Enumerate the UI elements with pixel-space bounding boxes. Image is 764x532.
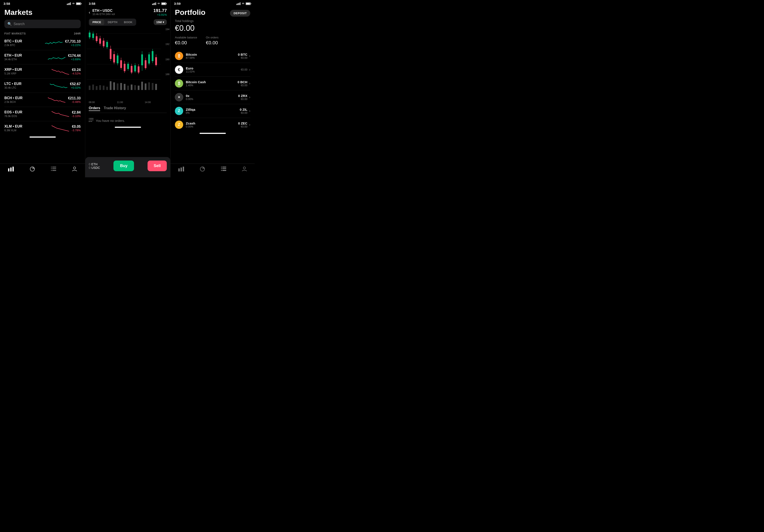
pair-xrp-eur: XRP • EUR: [4, 68, 49, 71]
zec-pct: 0.00%: [186, 125, 238, 128]
tab-orders[interactable]: Orders: [89, 106, 100, 111]
wifi-icon-mid: [157, 2, 160, 5]
vol-btc: 2.0k BTC: [4, 44, 42, 47]
svg-rect-52: [127, 64, 129, 69]
market-item-bch-eur[interactable]: BCH • EUR 2.5k BCH €211.33 -0.48%: [4, 93, 81, 107]
time-left: 3:58: [4, 2, 10, 5]
on-orders-balance: On orders €0.00: [206, 36, 219, 46]
asset-item-bch[interactable]: ₿ Bitcoin Cash 1.40% 0 BCH €0.00 ›: [175, 77, 250, 90]
nav-orders-right[interactable]: [221, 167, 226, 173]
no-orders-message: You have no orders.: [89, 116, 167, 125]
nav-orders-icon[interactable]: [51, 167, 56, 173]
nav-account-right[interactable]: [242, 166, 247, 173]
svg-rect-98: [239, 3, 239, 5]
svg-rect-24: [162, 3, 166, 4]
svg-rect-48: [120, 60, 122, 68]
svg-rect-13: [52, 169, 56, 169]
nav-portfolio-right[interactable]: [200, 166, 205, 173]
zec-icon: Z: [175, 121, 183, 129]
change-eth: +3.69%: [68, 58, 81, 61]
svg-rect-86: [148, 82, 150, 90]
market-item-xlm-eur[interactable]: XLM • EUR 6.3M XLM €0.05 -3.78%: [4, 121, 81, 135]
tab-price[interactable]: PRICE: [90, 19, 104, 25]
portfolio-panel: 3:59 Portfolio DEPOSIT Total holdings €0…: [170, 0, 255, 177]
chart-tabs: PRICE DEPTH BOOK 15M ▾: [85, 19, 170, 26]
change-bch: -0.48%: [68, 100, 81, 103]
pair-ltc-eur: LTC • EUR: [4, 82, 47, 86]
svg-rect-104: [181, 168, 182, 172]
svg-rect-102: [246, 3, 250, 4]
tab-book[interactable]: BOOK: [121, 19, 135, 25]
status-icons-middle: [152, 2, 167, 5]
tab-trade-history[interactable]: Trade History: [103, 106, 126, 111]
market-item-eth-eur[interactable]: ETH • EUR 34.4k ETH €174.44 +3.69%: [4, 50, 81, 65]
markets-title: Markets: [4, 8, 81, 17]
asset-item-zrx[interactable]: ✕ 0x 0.00% 0 ZRX €0.00 ›: [175, 90, 250, 104]
svg-rect-91: [90, 120, 94, 120]
asset-item-zec[interactable]: Z Zcash 0.00% 0 ZEC €0.00 ›: [175, 118, 250, 131]
zil-token: 0 ZIL: [240, 108, 248, 111]
price-btc: €7,731.10: [65, 40, 81, 44]
zrx-icon: ✕: [175, 93, 183, 101]
deposit-button[interactable]: DEPOSIT: [230, 10, 250, 17]
zec-token: 0 ZEC: [238, 121, 248, 125]
market-item-ltc-eur[interactable]: LTC • EUR 30.4k LTC €52.67 +0.02%: [4, 78, 81, 93]
nav-markets-right[interactable]: [178, 167, 184, 173]
svg-rect-109: [222, 169, 226, 169]
svg-rect-62: [145, 60, 146, 68]
pair-eos-eur: EOS • EUR: [4, 110, 49, 114]
tab-depth[interactable]: DEPTH: [105, 19, 120, 25]
svg-rect-30: [89, 33, 91, 37]
svg-rect-74: [106, 87, 108, 90]
portfolio-title: Portfolio: [175, 8, 206, 17]
svg-rect-85: [145, 83, 146, 90]
nav-portfolio-icon[interactable]: [30, 166, 35, 173]
asset-item-btc[interactable]: ₿ Bitcoin 87.58% 0 BTC €0.00 ›: [175, 49, 250, 63]
pair-eth-eur: ETH • EUR: [4, 54, 45, 58]
svg-point-113: [243, 167, 246, 169]
back-button[interactable]: ‹: [89, 10, 90, 15]
svg-point-94: [89, 121, 90, 122]
search-bar[interactable]: 🔍 Search: [4, 20, 81, 28]
signal-icon: [67, 2, 71, 5]
nav-markets-icon[interactable]: [8, 167, 14, 173]
vol-eos: 76.9k EOS: [4, 115, 49, 118]
no-orders-icon: [89, 118, 94, 123]
change-xlm: -3.78%: [72, 129, 81, 132]
change-ltc: +0.02%: [70, 86, 81, 89]
market-item-xrp-eur[interactable]: XRP • EUR 5.1M XRP €0.24 -4.52%: [4, 65, 81, 78]
svg-rect-82: [134, 85, 136, 90]
nav-account-icon[interactable]: [72, 166, 77, 173]
svg-rect-46: [117, 56, 118, 63]
sell-button[interactable]: Sell: [147, 161, 167, 171]
zec-eur: €0.00: [238, 125, 248, 128]
zrx-pct: 0.00%: [186, 98, 238, 101]
wifi-icon: [72, 2, 75, 5]
svg-rect-72: [99, 85, 101, 90]
price-label-192: 192: [165, 43, 169, 46]
volume-chart-svg: [87, 79, 167, 91]
zrx-eur: €0.00: [238, 98, 248, 101]
svg-rect-19: [153, 3, 154, 5]
chart-btc: [45, 39, 63, 47]
timeframe-button[interactable]: 15M ▾: [154, 19, 167, 25]
chevron-right-zec: ›: [249, 123, 250, 127]
svg-rect-54: [131, 66, 132, 72]
btc-eur: €0.00: [238, 56, 247, 60]
svg-rect-3: [70, 2, 71, 5]
chevron-right-zrx: ›: [249, 95, 250, 99]
price-label-194: 194: [165, 28, 169, 31]
buy-button[interactable]: Buy: [113, 161, 134, 171]
svg-rect-16: [51, 170, 52, 171]
market-item-eos-eur[interactable]: EOS • EUR 76.9k EOS €2.84 -3.10%: [4, 107, 81, 121]
bottom-nav-right: [170, 164, 255, 177]
asset-item-eur[interactable]: € Euro 11.02% €0.00 ›: [175, 63, 250, 77]
svg-rect-12: [51, 167, 52, 167]
svg-rect-97: [238, 3, 238, 5]
market-item-btc-eur[interactable]: BTC • EUR 2.0k BTC €7,731.10 +3.22%: [4, 36, 81, 50]
price-xlm: €0.05: [72, 125, 81, 129]
time-label-08: 08:00: [89, 101, 95, 103]
btc-pct: 87.58%: [186, 56, 238, 60]
eth-balance: 0ETH: [89, 163, 100, 166]
asset-item-zil[interactable]: Z Zilliqa 0% 0 ZIL €0.00 ›: [175, 104, 250, 118]
